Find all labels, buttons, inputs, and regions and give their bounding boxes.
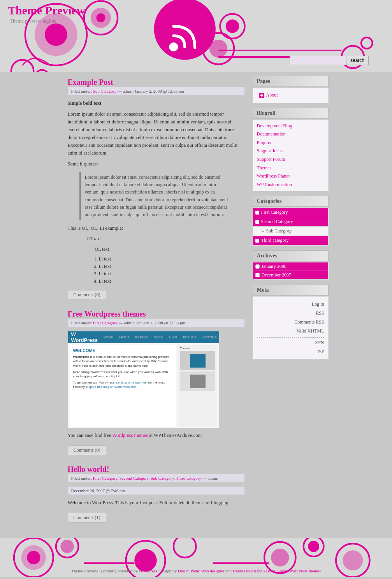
footer-utada-link[interactable]: Utada Hikaru fan - Brian Green bbox=[233, 568, 287, 573]
widget-archives: Archives January 2008 December 2007 bbox=[253, 250, 329, 280]
widget-blogroll-content: Development Blog Documentation Plugins S… bbox=[253, 120, 329, 192]
meta-comments-rss-link[interactable]: Comments RSS bbox=[257, 318, 324, 327]
post-content-wordpress: You can easy find free Wordpress themes … bbox=[68, 431, 245, 439]
svg-point-17 bbox=[11, 60, 34, 72]
widget-categories-content: First Category Second Category ↳ Sub Cat… bbox=[253, 208, 329, 246]
blogroll-link-suggest[interactable]: Suggest Ideas bbox=[257, 147, 324, 155]
svg-point-29 bbox=[271, 549, 289, 567]
wordpress-themes-link[interactable]: Wordpress themes bbox=[112, 433, 148, 438]
footer-wordpress-link[interactable]: WordPress bbox=[139, 568, 157, 573]
svg-point-16 bbox=[361, 37, 373, 49]
category-first-link[interactable]: First Category bbox=[261, 209, 288, 215]
svg-point-8 bbox=[169, 42, 178, 51]
widget-blogroll-title: Blogroll bbox=[253, 108, 329, 119]
widget-categories: Categories First Category Second Categor… bbox=[253, 196, 329, 246]
svg-point-24 bbox=[60, 540, 74, 553]
meta-login-link[interactable]: Log in bbox=[257, 300, 324, 309]
svg-point-5 bbox=[96, 13, 105, 22]
site-header: Theme Preview Theme preview tagline sear… bbox=[0, 0, 392, 72]
meta-wp-link[interactable]: WP bbox=[257, 347, 324, 356]
svg-point-33 bbox=[343, 551, 363, 571]
meta-divider: XFN WP bbox=[257, 337, 324, 356]
svg-point-2 bbox=[45, 23, 67, 46]
widget-blogroll: Blogroll Development Blog Documentation … bbox=[253, 108, 329, 192]
wordpress-screenshot: W WordPress HOME ABOUT EXTEND DOCS BLOG … bbox=[68, 331, 220, 428]
post-title-example[interactable]: Example Post bbox=[68, 78, 113, 86]
archive-dec: December 2007 bbox=[253, 271, 328, 279]
archive-jan-link[interactable]: January 2008 bbox=[262, 264, 287, 269]
widget-archives-content: January 2008 December 2007 bbox=[253, 262, 329, 280]
comments-link-hello[interactable]: Comments (1) bbox=[68, 513, 106, 523]
pages-about-link[interactable]: About bbox=[266, 91, 278, 100]
svg-point-22 bbox=[27, 551, 40, 565]
about-icon bbox=[259, 93, 264, 98]
post-content-example: Simple bold text Lorem ipsum dolor sit a… bbox=[68, 99, 245, 285]
blogroll-link-docs[interactable]: Documentation bbox=[257, 130, 324, 139]
blogroll-link-support[interactable]: Support Forum bbox=[257, 155, 324, 164]
comments-link-example[interactable]: Comments (0) bbox=[68, 290, 106, 300]
post-hello-world: Hello world! Filed under: First Category… bbox=[68, 465, 245, 523]
post-title-wordpress[interactable]: Free Wordpress themes bbox=[68, 310, 146, 318]
svg-point-18 bbox=[35, 70, 49, 72]
widget-meta: Meta Log in RSS Comments RSS Valid XHTML… bbox=[253, 285, 329, 359]
sidebar: Pages About Blogroll Development Blog Do… bbox=[251, 72, 332, 538]
search-input[interactable] bbox=[290, 56, 346, 65]
post-date-hello: December 26, 2007 @ 7:46 pm bbox=[68, 486, 245, 495]
svg-point-10 bbox=[209, 40, 227, 58]
category-second: Second Category bbox=[253, 217, 328, 226]
comments-link-wordpress[interactable]: Comments (0) bbox=[68, 445, 106, 455]
post-content-hello: Welcome to WordPress. This is your first… bbox=[68, 499, 245, 507]
blogroll-link-wp-custom[interactable]: WP Customization bbox=[257, 181, 324, 189]
meta-valid-xhtml-link[interactable]: Valid XHTML bbox=[257, 327, 324, 336]
widget-meta-content: Log in RSS Comments RSS Valid XHTML XFN … bbox=[253, 296, 329, 359]
blogroll-link-plugins[interactable]: Plugins bbox=[257, 139, 324, 147]
post-title-hello[interactable]: Hello world! bbox=[68, 465, 109, 473]
post-wordpress-themes: Free Wordpress themes Filed under: First… bbox=[68, 310, 245, 455]
footer-wp-themes-link[interactable]: WordPress themes bbox=[289, 568, 321, 573]
post-meta-wordpress: Filed under: First Category — admin Janu… bbox=[68, 319, 245, 327]
site-footer: Theme Preview is proudly powered by Word… bbox=[0, 538, 392, 577]
archive-dec-link[interactable]: December 2007 bbox=[262, 272, 291, 278]
post-category-link[interactable]: Sub Category bbox=[93, 89, 116, 93]
archive-icon-jan bbox=[255, 264, 260, 269]
meta-rss-link[interactable]: RSS bbox=[257, 309, 324, 318]
post-meta-hello: Filed under: First Category, Second Cate… bbox=[68, 474, 245, 482]
search-button[interactable]: search bbox=[346, 56, 369, 65]
main-content: Example Post Filed under: Sub Category —… bbox=[60, 72, 251, 538]
category-sub-link[interactable]: Sub Category bbox=[266, 228, 292, 234]
widget-categories-title: Categories bbox=[253, 196, 329, 207]
svg-point-12 bbox=[226, 19, 239, 33]
footer-darjan-link[interactable]: Darjan Panic Web designer bbox=[178, 568, 225, 573]
category-second-link[interactable]: Second Category bbox=[261, 219, 293, 225]
post-meta-example: Filed under: Sub Category — admin Januar… bbox=[68, 87, 245, 95]
widget-pages-title: Pages bbox=[253, 76, 329, 87]
blogroll-link-wp-planet[interactable]: WordPress Planet bbox=[257, 172, 324, 181]
cat-icon-first bbox=[255, 211, 259, 215]
category-third: Third category bbox=[253, 236, 328, 245]
pages-about-item: About bbox=[257, 90, 324, 101]
svg-point-31 bbox=[308, 541, 319, 552]
search-bar: search bbox=[290, 56, 369, 65]
blogroll-link-dev[interactable]: Development Blog bbox=[257, 122, 324, 130]
category-sub: ↳ Sub Category bbox=[253, 227, 328, 236]
blogroll-link-themes[interactable]: Themes bbox=[257, 164, 324, 172]
archive-icon-dec bbox=[255, 273, 260, 277]
widget-meta-title: Meta bbox=[253, 285, 329, 296]
widget-archives-title: Archives bbox=[253, 250, 329, 261]
meta-xfn-link[interactable]: XFN bbox=[257, 338, 324, 347]
post-category-link-wp[interactable]: First Category bbox=[93, 320, 118, 325]
category-third-link[interactable]: Third category bbox=[261, 238, 289, 243]
post-blockquote: Lorem ipsum dolor sit amet, consectetur … bbox=[79, 172, 233, 220]
cat-icon-second bbox=[255, 220, 259, 224]
svg-point-27 bbox=[174, 538, 196, 558]
category-first: First Category bbox=[253, 208, 328, 217]
footer-text: Theme Preview is proudly powered by Word… bbox=[0, 568, 392, 573]
cat-icon-third bbox=[255, 239, 259, 243]
archive-jan: January 2008 bbox=[253, 262, 328, 271]
widget-pages-content: About bbox=[253, 88, 329, 103]
post-example: Example Post Filed under: Sub Category —… bbox=[68, 78, 245, 300]
widget-pages: Pages About bbox=[253, 76, 329, 103]
